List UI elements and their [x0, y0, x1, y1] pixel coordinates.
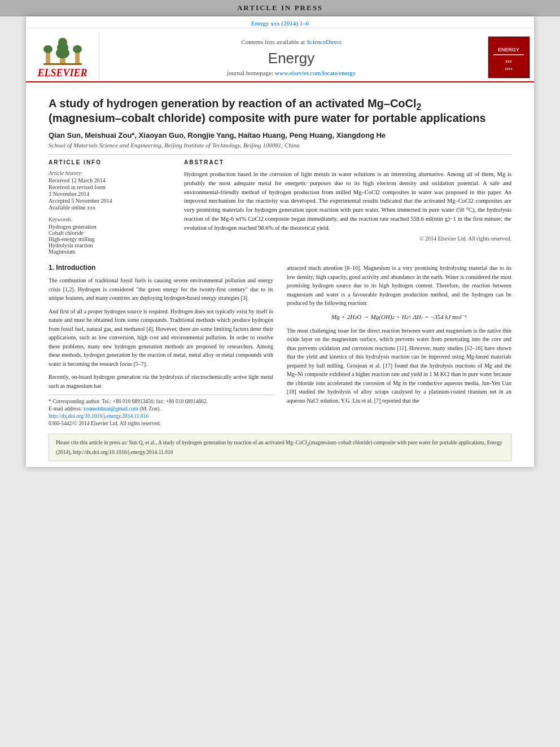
corresponding-author: * Corresponding author. Tel.: +86 010 68… [49, 399, 273, 404]
keywords-label: Keywords: [49, 216, 173, 222]
journal-header: ELSEVIER Contents lists available at Sci… [26, 28, 534, 82]
affiliation: School of Materials Science and Engineer… [49, 142, 511, 148]
body-right-col: attracted much attention [8–10]. Magnesi… [287, 264, 511, 428]
body-left-col: 1. Introduction The combustion of tradit… [49, 264, 273, 428]
body-two-col: 1. Introduction The combustion of tradit… [49, 264, 511, 428]
authors: Qian Sun, Meishuai Zou*, Xiaoyan Guo, Ro… [49, 131, 511, 139]
accepted-date: Accepted 5 November 2014 [49, 198, 173, 204]
received-date: Received 12 March 2014 [49, 177, 173, 184]
keyword-5: Magnesium [49, 248, 173, 255]
energy-journal-logo: ENERGY xxx 2014 [488, 36, 530, 78]
citation-bar: Please cite this article in press as: Su… [49, 434, 511, 461]
intro-title: 1. Introduction [49, 264, 273, 272]
footnotes: * Corresponding author. Tel.: +86 010 68… [49, 395, 273, 426]
article-title: A study of hydrogen generation by reacti… [49, 96, 511, 125]
main-content: A study of hydrogen generation by reacti… [26, 82, 534, 467]
svg-point-7 [73, 45, 82, 53]
keyword-3: High-energy milling [49, 236, 173, 242]
svg-point-3 [58, 38, 67, 47]
abstract-label: ABSTRACT [184, 159, 511, 165]
article-volume-info: Energy xxx (2014) 1–6 [26, 16, 534, 28]
journal-title: Energy [268, 50, 314, 67]
article-info-label: ARTICLE INFO [49, 159, 173, 165]
svg-text:2014: 2014 [505, 67, 513, 71]
doi-link[interactable]: http://dx.doi.org/10.1016/j.energy.2014.… [49, 413, 148, 419]
abstract-col: ABSTRACT Hydrogen production based in th… [184, 159, 511, 255]
right-para1: attracted much attention [8–10]. Magnesi… [287, 264, 511, 308]
svg-point-5 [43, 45, 53, 53]
elsevier-logo: ELSEVIER [26, 33, 99, 81]
svg-rect-8 [43, 63, 82, 65]
svg-rect-12 [493, 54, 524, 55]
keywords-section: Keywords: Hydrogen generation Cobalt chl… [49, 216, 173, 255]
svg-text:ENERGY: ENERGY [498, 47, 519, 53]
elsevier-wordmark: ELSEVIER [37, 67, 87, 79]
email-line: E-mail address: zoumeishuai@gmail.com (M… [49, 406, 273, 412]
intro-para3: Recently, on-board hydrogen generation v… [49, 373, 273, 390]
revised-label: Received in revised form [49, 184, 173, 190]
reaction-equation: Mg + 2H₂O → Mg(OH)₂ + H₂↑ ΔHᵣ = −354 kJ … [287, 313, 511, 321]
homepage-link[interactable]: www.elsevier.com/locate/energy [275, 69, 356, 76]
intro-para1: The combustion of traditional fossil fue… [49, 276, 273, 303]
keyword-2: Cobalt chloride [49, 230, 173, 236]
copyright: © 2014 Elsevier Ltd. All rights reserved… [184, 235, 511, 242]
email-link[interactable]: zoumeishuai@gmail.com [84, 406, 138, 412]
revised-date: 3 November 2014 [49, 191, 173, 197]
article-info-abstract: ARTICLE INFO Article history: Received 1… [49, 159, 511, 255]
journal-homepage: journal homepage: www.elsevier.com/locat… [227, 69, 356, 76]
available-online: Available online xxx [49, 204, 173, 211]
history-label: Article history: [49, 170, 173, 176]
journal-center-info: Contents lists available at ScienceDirec… [99, 33, 483, 81]
body-content: 1. Introduction The combustion of tradit… [49, 264, 511, 428]
energy-logo-box: ENERGY xxx 2014 [483, 33, 534, 81]
sciencedirect-line: Contents lists available at ScienceDirec… [241, 38, 341, 45]
keyword-1: Hydrogen generation [49, 224, 173, 230]
article-in-press-banner: ARTICLE IN PRESS [0, 0, 560, 16]
right-para2: The most challenging issue for the direc… [287, 326, 511, 405]
sciencedirect-link[interactable]: ScienceDirect [307, 38, 342, 45]
doi-footnote: http://dx.doi.org/10.1016/j.energy.2014.… [49, 413, 273, 419]
svg-text:xxx: xxx [505, 59, 512, 63]
elsevier-tree-icon [43, 35, 82, 66]
divider [49, 154, 511, 155]
abstract-text: Hydrogen production based in the corrosi… [184, 170, 511, 232]
article-info-col: ARTICLE INFO Article history: Received 1… [49, 159, 173, 255]
issn-text: 0360-5442/© 2014 Elsevier Ltd. All right… [49, 421, 273, 426]
keyword-4: Hydrolysis reaction [49, 242, 173, 248]
intro-para2: And first of all a proper hydrogen sourc… [49, 307, 273, 369]
